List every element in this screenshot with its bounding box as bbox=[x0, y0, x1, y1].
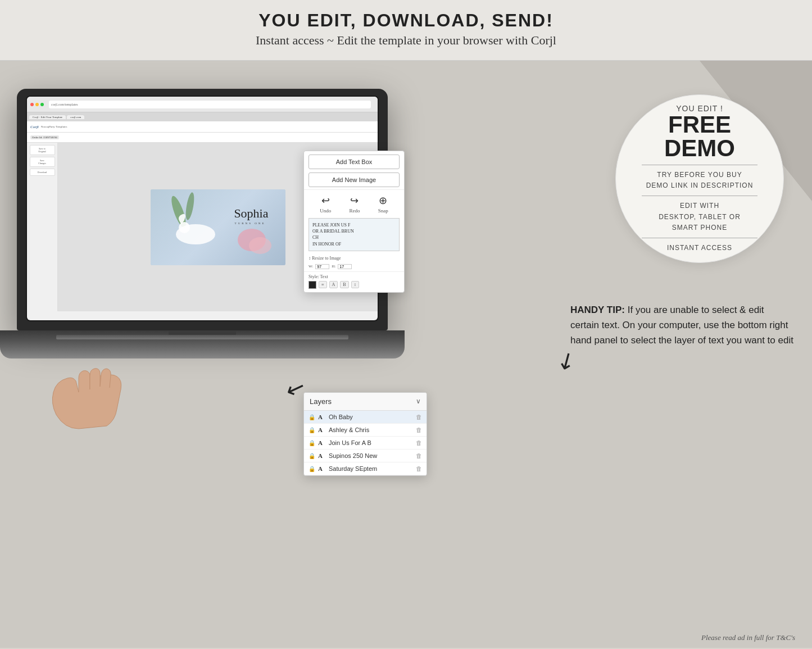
layer-lock-icon-2: 🔒 bbox=[309, 427, 315, 433]
address-bar[interactable]: corjl.com/templates bbox=[49, 101, 371, 108]
panel-tools: ↩ Undo ↪ Redo ⊕ Snap bbox=[304, 189, 404, 218]
panel-text-content: PLEASE JOIN US F OR A BRIDAL BRUN CH IN … bbox=[312, 222, 396, 247]
corjl-topbar: Corjl NoocajParty Templates bbox=[27, 121, 378, 133]
redo-label: Redo bbox=[349, 208, 360, 214]
laptop-container: corjl.com/templates Corjl - Edit Your Te… bbox=[0, 61, 405, 566]
demo-circle: YOU EDIT ! FREE DEMO TRY BEFORE YOU BUY … bbox=[615, 94, 784, 263]
hand-area bbox=[34, 330, 146, 443]
undo-tool[interactable]: ↩ Undo bbox=[320, 194, 331, 214]
layer-type-5: A bbox=[318, 465, 326, 472]
browser-tab-1[interactable]: Corjl - Edit Your Template bbox=[29, 115, 66, 119]
size-h: H: bbox=[332, 264, 335, 269]
layer-type-3: A bbox=[318, 439, 326, 446]
layers-panel: Layers ∨ 🔒 A Oh Baby 🗑 🔒 A Ashley & Chri… bbox=[303, 392, 427, 476]
resize-image-row: ↕ Resize to Image bbox=[304, 255, 404, 263]
undo-label: Undo bbox=[320, 208, 331, 214]
font-size-btn[interactable]: A bbox=[329, 281, 338, 288]
top-banner: YOU EDIT, DOWNLOAD, SEND! Instant access… bbox=[0, 0, 812, 61]
corjl-logo: Corjl bbox=[30, 125, 39, 129]
handy-tip-text: HANDY TIP: If you are unable to select &… bbox=[570, 302, 795, 348]
window-minimize-dot bbox=[35, 103, 39, 106]
panel-style-section: Style: Text ≡ A B ↕ bbox=[304, 271, 404, 292]
layer-lock-icon-4: 🔒 bbox=[309, 453, 315, 459]
redo-icon: ↪ bbox=[350, 194, 359, 207]
main-title: YOU EDIT, DOWNLOAD, SEND! bbox=[0, 10, 812, 31]
spacing-btn[interactable]: ↕ bbox=[351, 281, 359, 288]
redo-tool[interactable]: ↪ Redo bbox=[349, 194, 360, 214]
color-swatch[interactable] bbox=[309, 281, 316, 289]
layer-item-join-us[interactable]: 🔒 A Join Us For A B 🗑 bbox=[304, 437, 427, 450]
bold-btn[interactable]: B bbox=[340, 281, 348, 288]
layer-lock-icon-1: 🔒 bbox=[309, 414, 315, 420]
window-close-dot bbox=[30, 103, 34, 106]
svg-point-5 bbox=[179, 222, 190, 233]
corjl-canvas: Sophia TURNS ONE bbox=[151, 189, 285, 265]
side-item-2[interactable]: SaveChanges bbox=[30, 157, 55, 167]
browser-tab-2[interactable]: corjl.com bbox=[67, 115, 84, 119]
demo-demo: DEMO bbox=[664, 137, 735, 160]
layer-type-4: A bbox=[318, 452, 326, 459]
snap-icon: ⊕ bbox=[379, 194, 387, 207]
layer-delete-icon-2[interactable]: 🗑 bbox=[416, 426, 422, 433]
layer-name-4: Supinos 250 New bbox=[329, 452, 413, 459]
browser-tabs: Corjl - Edit Your Template corjl.com bbox=[27, 112, 378, 121]
hand-svg bbox=[34, 330, 146, 443]
footer-text: Please read ad in full for T&C's bbox=[701, 633, 795, 642]
layer-name-1: Oh Baby bbox=[329, 414, 413, 420]
resize-label: ↕ Resize to Image bbox=[309, 256, 341, 261]
main-area: corjl.com/templates Corjl - Edit Your Te… bbox=[0, 61, 812, 648]
style-controls: ≡ A B ↕ bbox=[309, 281, 400, 289]
window-maximize-dot bbox=[40, 103, 44, 106]
handy-tip-section: HANDY TIP: If you are unable to select &… bbox=[570, 302, 795, 348]
style-label: Style: Text bbox=[309, 274, 400, 279]
layer-type-2: A bbox=[318, 426, 326, 433]
add-text-box-button[interactable]: Add Text Box bbox=[309, 155, 400, 169]
corjl-panel: Add Text Box Add New Image ↩ Undo ↪ Redo… bbox=[303, 151, 405, 293]
svg-point-1 bbox=[249, 237, 271, 254]
layer-name-3: Join Us For A B bbox=[329, 439, 413, 446]
handy-tip-label: HANDY TIP: bbox=[570, 305, 625, 315]
corjl-nav: NoocajParty Templates bbox=[41, 125, 67, 128]
undo-icon: ↩ bbox=[321, 194, 330, 207]
layer-lock-icon-5: 🔒 bbox=[309, 466, 315, 472]
size-w: W: bbox=[309, 264, 313, 269]
demo-devices: DESKTOP, TABLET OR bbox=[659, 212, 741, 223]
demo-instant-access: INSTANT ACCESS bbox=[667, 243, 732, 253]
demo-try-before: TRY BEFORE YOU BUY bbox=[657, 170, 742, 180]
demo-demo-link: DEMO LINK IN DESCRIPTION bbox=[646, 180, 754, 191]
canvas-sophia-text: Sophia bbox=[234, 206, 268, 221]
add-new-image-button[interactable]: Add New Image bbox=[309, 173, 400, 187]
corjl-toolbar: Order Id: 1509758194 bbox=[27, 133, 378, 143]
sub-title: Instant access ~ Edit the template in yo… bbox=[0, 33, 812, 48]
corjl-sidebar-left: Save toOriginal SaveChanges Download bbox=[27, 143, 58, 311]
layer-delete-icon-3[interactable]: 🗑 bbox=[416, 439, 422, 446]
browser-chrome: corjl.com/templates bbox=[27, 97, 378, 112]
layer-item-supinos[interactable]: 🔒 A Supinos 250 New 🗑 bbox=[304, 450, 427, 462]
snap-label: Snap bbox=[378, 208, 388, 214]
width-input[interactable] bbox=[315, 264, 329, 269]
snap-tool[interactable]: ⊕ Snap bbox=[378, 194, 388, 214]
demo-smart-phone: SMART PHONE bbox=[672, 223, 728, 233]
demo-divider-3 bbox=[642, 238, 757, 238]
layers-header[interactable]: Layers ∨ bbox=[304, 393, 427, 411]
layer-item-saturday[interactable]: 🔒 A Saturday SEptem 🗑 bbox=[304, 462, 427, 475]
layer-delete-icon-4[interactable]: 🗑 bbox=[416, 452, 422, 459]
arrow-to-layers: ↘ bbox=[552, 344, 582, 377]
height-input[interactable] bbox=[338, 264, 352, 269]
canvas-background: Sophia TURNS ONE bbox=[151, 189, 285, 265]
svg-point-3 bbox=[184, 192, 196, 220]
side-item-3[interactable]: Download bbox=[30, 169, 55, 176]
demo-divider-2 bbox=[642, 196, 757, 196]
side-item-1[interactable]: Save toOriginal bbox=[30, 145, 55, 155]
layer-delete-icon-1[interactable]: 🗑 bbox=[416, 414, 422, 420]
toolbar-btn-1[interactable]: Order Id: 1509758194 bbox=[30, 135, 59, 139]
canvas-turns-one-text: TURNS ONE bbox=[235, 222, 266, 225]
layer-item-ashley-chris[interactable]: 🔒 A Ashley & Chris 🗑 bbox=[304, 424, 427, 437]
demo-free: FREE bbox=[668, 113, 731, 137]
layers-chevron-icon[interactable]: ∨ bbox=[416, 397, 421, 406]
align-btn[interactable]: ≡ bbox=[319, 281, 327, 288]
layer-name-2: Ashley & Chris bbox=[329, 426, 413, 433]
layer-delete-icon-5[interactable]: 🗑 bbox=[416, 465, 422, 472]
layer-item-oh-baby[interactable]: 🔒 A Oh Baby 🗑 bbox=[304, 411, 427, 424]
panel-text-preview: PLEASE JOIN US F OR A BRIDAL BRUN CH IN … bbox=[309, 218, 400, 251]
